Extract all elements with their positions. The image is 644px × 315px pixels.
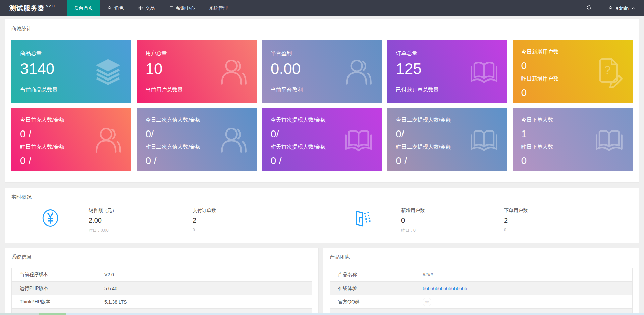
mall-stats-title: 商城统计 [11, 25, 633, 32]
info-label: 官方QQ群 [330, 299, 423, 305]
users-icon [217, 123, 250, 156]
nav-item-label: 角色 [114, 5, 124, 11]
realtime-row: 销售额（元）2.00昨日：0.00支付订单数20新增用户数0昨日：0下单用户数2… [11, 208, 633, 233]
info-row: 在线体验66666666666666666 [330, 281, 632, 295]
nav-item-2[interactable]: 交易 [131, 0, 162, 16]
user-menu[interactable]: admin [599, 0, 644, 16]
card-title-1: 今日二次提现人数/金额 [396, 117, 498, 124]
info-value: #### [423, 272, 433, 277]
nav-item-4[interactable]: 系统管理 [202, 0, 235, 16]
book-icon [468, 55, 500, 88]
stat-label: 下单用户数 [504, 208, 528, 214]
stat-value: 2.00 [89, 217, 193, 224]
system-info-title: 系统信息 [11, 254, 312, 260]
stat-card-5: 今日首充人数/金额0 /昨日首充人数/金额0 / [11, 108, 131, 171]
stat-card-1: 用户总量10当前用户总数量 [137, 40, 257, 103]
product-team-title: 产品团队 [330, 254, 633, 260]
info-value: V2.0 [104, 272, 114, 277]
card-subtitle: 当前平台盈利 [271, 87, 303, 94]
product-team-table: 产品名称####在线体验66666666666666666官方QQ群404 [330, 268, 633, 315]
info-value: 404 [423, 298, 431, 306]
stat-cards-grid: 商品总量3140当前商品总数量用户总量10当前用户总数量平台盈利0.00当前平台… [11, 40, 633, 171]
stat-card-8: 今日二次提现人数/金额0/昨日二次提现人数/金额0 / [387, 108, 507, 171]
broken-image-placeholder: 404 [423, 298, 431, 306]
scales-icon [138, 6, 143, 11]
card-value-2: 0 [521, 156, 624, 166]
stat-sub: 昨日：0.00 [89, 228, 193, 233]
nav-item-label: 系统管理 [209, 5, 228, 11]
card-title-1: 今日首充人数/金额 [20, 117, 123, 124]
stat-value: 2 [193, 217, 354, 224]
info-value: 5.1.38 LTS [104, 299, 127, 305]
app-title: 测试服务器 [9, 4, 45, 13]
realtime-stat-4: 新增用户数0昨日：0 [401, 208, 504, 233]
system-info-table: 当前程序版本V2.0运行PHP版本5.6.40ThinkPHP版本5.1.38 … [11, 268, 312, 315]
stat-card-9: 今日下单人数1昨日下单人数0 [513, 108, 633, 171]
card-title-1: 今日新增用户数 [521, 49, 624, 56]
info-row: ThinkPHP版本5.1.38 LTS [12, 295, 312, 308]
book-icon [593, 123, 625, 156]
realtime-stat-5: 下单用户数20 [504, 208, 528, 232]
nav-item-label: 帮助中心 [176, 5, 195, 11]
caret-up-icon [631, 6, 635, 10]
online-demo-link[interactable]: 66666666666666666 [423, 286, 467, 291]
bottom-strip [0, 313, 644, 315]
card-value-2: 0 / [396, 156, 498, 166]
realtime-title: 实时概况 [11, 194, 633, 200]
layers-icon [92, 55, 124, 88]
username: admin [616, 6, 629, 11]
refresh-button[interactable] [579, 0, 599, 16]
users-icon [342, 55, 375, 88]
refresh-icon [586, 5, 592, 12]
nav-menu: 后台首页角色交易帮助中心系统管理 [67, 0, 235, 16]
stat-label: 新增用户数 [401, 208, 504, 214]
nav-item-label: 后台首页 [74, 5, 93, 11]
stat-sub: 0 [193, 228, 354, 232]
card-title-1: 今日下单人数 [521, 117, 624, 124]
info-value: 66666666666666666 [423, 286, 467, 291]
top-navbar: 测试服务器 V2.0 后台首页角色交易帮助中心系统管理 admin [0, 0, 644, 16]
stat-label: 支付订单数 [193, 208, 354, 214]
info-label: 运行PHP版本 [12, 285, 104, 292]
strip-green-segment [39, 313, 66, 315]
book-icon [342, 123, 375, 156]
stat-card-7: 今天首次提现人数/金额0/昨天首次提现人数/金额0 / [262, 108, 382, 171]
user-icon [107, 6, 112, 11]
bottom-panels: 系统信息 当前程序版本V2.0运行PHP版本5.6.40ThinkPHP版本5.… [5, 248, 639, 315]
user-icon [608, 6, 613, 11]
stat-card-0: 商品总量3140当前商品总数量 [11, 40, 131, 103]
nav-item-3[interactable]: 帮助中心 [162, 0, 202, 16]
strip-teal-segment [0, 313, 39, 315]
card-value-2: 0 / [145, 156, 248, 166]
yen-circle-icon [41, 208, 60, 228]
stat-card-2: 平台盈利0.00当前平台盈利 [262, 40, 382, 103]
stat-value: 0 [401, 217, 504, 224]
info-label: 产品名称 [330, 272, 423, 278]
info-row: 当前程序版本V2.0 [12, 268, 312, 281]
stat-card-3: 订单总量125已付款订单总数量 [387, 40, 507, 103]
stat-sub: 0 [504, 228, 528, 232]
realtime-stat-2: 支付订单数20 [193, 208, 354, 232]
nav-item-label: 交易 [145, 5, 155, 11]
card-value-2: 0 / [271, 156, 373, 166]
card-subtitle: 已付款订单总数量 [396, 87, 439, 94]
app-version: V2.0 [46, 4, 55, 8]
info-label: ThinkPHP版本 [12, 299, 104, 305]
nav-item-0[interactable]: 后台首页 [67, 0, 100, 16]
info-row: 运行PHP版本5.6.40 [12, 281, 312, 295]
card-title-1: 今天首次提现人数/金额 [271, 117, 373, 124]
stat-card-6: 今日二次充值人数/金额0/昨日二次充值人数/金额0 / [137, 108, 257, 171]
stat-card-4: 今日新增用户数0昨日新增用户数0? [513, 40, 633, 103]
navbar-right: admin [579, 0, 644, 16]
mall-stats-panel: 商城统计 商品总量3140当前商品总数量用户总量10当前用户总数量平台盈利0.0… [5, 19, 639, 183]
info-value: 5.6.40 [104, 286, 117, 291]
info-label: 在线体验 [330, 285, 423, 292]
nav-item-1[interactable]: 角色 [100, 0, 131, 16]
realtime-panel: 实时概况 销售额（元）2.00昨日：0.00支付订单数20新增用户数0昨日：0下… [5, 188, 639, 243]
stat-label: 销售额（元） [89, 208, 193, 214]
flag-icon [169, 6, 174, 11]
system-info-panel: 系统信息 当前程序版本V2.0运行PHP版本5.6.40ThinkPHP版本5.… [5, 248, 319, 315]
users-icon [217, 55, 250, 88]
users-icon [92, 123, 124, 156]
card-value-2: 0 [521, 88, 624, 98]
